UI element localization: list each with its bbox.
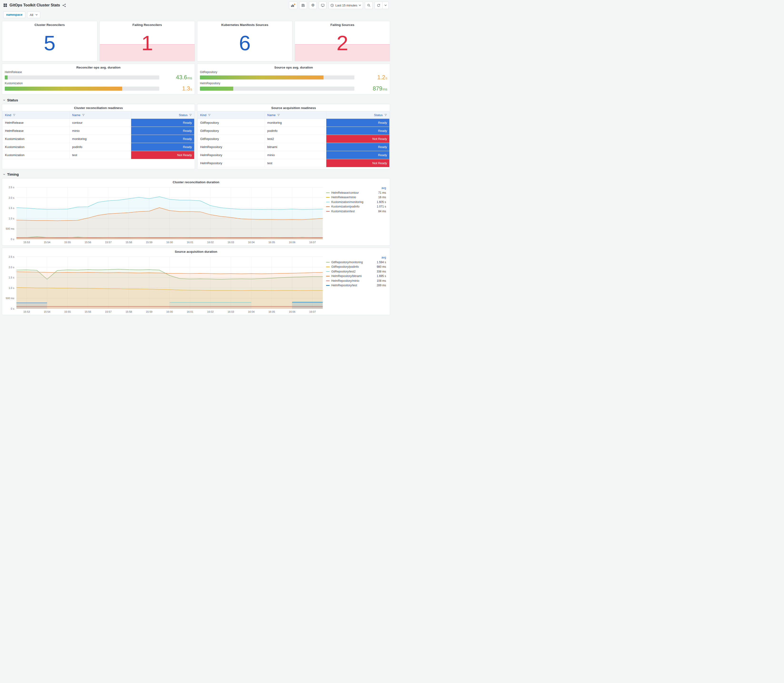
- filter-icon[interactable]: [385, 114, 387, 116]
- series-avg-value: 16 ms: [378, 196, 386, 199]
- legend-item[interactable]: HelmRepository/minio108 ms: [326, 279, 386, 283]
- gauges-row: Reconciler ops avg. duration HelmRelease…: [2, 64, 390, 95]
- section-row-timing[interactable]: Timing: [2, 170, 390, 178]
- save-icon: [301, 3, 305, 7]
- time-range-picker[interactable]: Last 15 minutes: [329, 2, 363, 9]
- filter-icon[interactable]: [189, 114, 192, 116]
- stats-row: Cluster Reconcilers 5 Failing Reconciler…: [2, 21, 390, 61]
- series-color-icon: [326, 285, 330, 286]
- zoom-out-time-button[interactable]: [365, 2, 373, 9]
- section-row-status[interactable]: Status: [2, 96, 390, 104]
- legend-item[interactable]: GitRepository/monitoring1.594 s: [326, 260, 386, 265]
- save-dashboard-button[interactable]: [299, 2, 307, 9]
- legend-item[interactable]: HelmRelease/contour71 ms: [326, 191, 386, 195]
- panel-title[interactable]: Source acquisition readiness: [197, 104, 390, 111]
- legend-item[interactable]: Kustomization/monitoring1.605 s: [326, 200, 386, 204]
- column-header-name[interactable]: Name: [70, 111, 131, 119]
- series-avg-value: 1.605 s: [377, 200, 386, 204]
- legend-avg-header[interactable]: avg: [326, 256, 386, 259]
- series-color-icon: [326, 206, 330, 207]
- panel-cluster-reconciliation-duration: Cluster reconciliation duration 15:5315:…: [2, 178, 390, 245]
- filter-icon[interactable]: [277, 114, 280, 116]
- legend-item[interactable]: Kustomization/test84 ms: [326, 209, 386, 214]
- svg-text:2.5 s: 2.5 s: [8, 186, 14, 189]
- chevron-down-icon: [3, 99, 5, 101]
- refresh-interval-dropdown[interactable]: [383, 2, 389, 9]
- name-cell: monitoring: [70, 135, 131, 143]
- legend-item[interactable]: Kustomization/podinfo1.071 s: [326, 204, 386, 209]
- svg-text:500 ms: 500 ms: [6, 297, 14, 300]
- refresh-button[interactable]: [375, 2, 383, 9]
- legend-avg-header[interactable]: avg: [326, 186, 386, 190]
- status-cell: Not Ready: [326, 159, 390, 167]
- svg-text:15:57: 15:57: [105, 310, 112, 313]
- timeseries-plot[interactable]: 15:5315:5415:5515:5615:5715:5815:5916:00…: [3, 185, 325, 245]
- legend-item[interactable]: GitRepository/podinfo980 ms: [326, 265, 386, 269]
- panel-title[interactable]: Cluster reconciliation readiness: [2, 104, 195, 111]
- kind-cell: HelmRepository: [198, 143, 265, 151]
- panel-cluster-reconciliation-readiness: Cluster reconciliation readiness Kind Na…: [2, 104, 195, 169]
- status-badge: Ready: [131, 143, 194, 151]
- bar-gauge-label: Kustomization: [5, 82, 192, 85]
- series-name: Kustomization/test: [331, 210, 354, 213]
- column-header-kind[interactable]: Kind: [3, 111, 70, 119]
- variable-namespace-select[interactable]: All: [27, 12, 40, 18]
- bar-gauge: HelmRelease 43.6ms: [2, 70, 195, 82]
- filter-icon[interactable]: [82, 114, 85, 116]
- svg-text:16:00: 16:00: [167, 310, 173, 313]
- bar-gauge-track: [5, 75, 159, 80]
- panel-source-acquisition-readiness: Source acquisition readiness Kind Name S…: [197, 104, 390, 169]
- panel-reconciler-ops-duration: Reconciler ops avg. duration HelmRelease…: [2, 64, 195, 95]
- series-color-icon: [326, 281, 330, 281]
- svg-text:2.0 s: 2.0 s: [8, 266, 14, 269]
- svg-text:16:06: 16:06: [289, 241, 296, 244]
- svg-text:2.5 s: 2.5 s: [8, 255, 14, 258]
- panel-title[interactable]: Kubernetes Manifests Sources: [197, 21, 292, 27]
- bar-gauge: HelmRepository 879ms: [197, 82, 390, 93]
- column-header-status[interactable]: Status: [326, 111, 390, 119]
- series-color-icon: [326, 266, 330, 267]
- bar-gauge-value: 43.6ms: [163, 74, 192, 80]
- svg-text:16:01: 16:01: [187, 241, 194, 244]
- series-name: HelmRelease/minio: [331, 196, 356, 199]
- legend-item[interactable]: HelmRepository/bitnami1.695 s: [326, 274, 386, 279]
- bar-gauge-fill: [5, 75, 8, 80]
- zoom-out-icon: [367, 3, 370, 7]
- panel-title[interactable]: Cluster reconciliation duration: [2, 178, 390, 185]
- panel-title[interactable]: Source acquisition duration: [2, 248, 390, 254]
- series-name: HelmRelease/contour: [331, 191, 359, 194]
- cycle-view-mode-button[interactable]: [319, 2, 327, 9]
- legend-item[interactable]: HelmRepository/test289 ms: [326, 283, 386, 288]
- filter-icon[interactable]: [13, 114, 16, 116]
- series-color-icon: [326, 276, 330, 277]
- column-header-kind[interactable]: Kind: [198, 111, 265, 119]
- svg-text:16:04: 16:04: [248, 310, 255, 313]
- panel-title[interactable]: Reconciler ops avg. duration: [2, 64, 195, 70]
- panel-title[interactable]: Cluster Reconcilers: [2, 21, 97, 27]
- stat-value: 6: [197, 27, 292, 61]
- dashboard-settings-button[interactable]: ⚙: [309, 2, 317, 9]
- variables-row: namespace All: [2, 10, 390, 21]
- legend-item[interactable]: HelmRelease/minio16 ms: [326, 195, 386, 200]
- series-avg-value: 1.594 s: [377, 261, 386, 264]
- dashboard-grid-icon[interactable]: [3, 3, 7, 7]
- dashboard-page: GitOps Toolkit Cluster Stats ⚙ Last 15 m…: [0, 0, 392, 320]
- legend-item[interactable]: GitRepository/test2338 ms: [326, 269, 386, 274]
- timeseries-plot[interactable]: 15:5315:5415:5515:5615:5715:5815:5916:00…: [3, 254, 325, 314]
- status-cell: Ready: [131, 135, 194, 143]
- bar-gauge: Kustomization 1.3s: [2, 82, 195, 93]
- series-name: GitRepository/monitoring: [331, 261, 363, 264]
- column-header-status[interactable]: Status: [131, 111, 194, 119]
- column-header-name[interactable]: Name: [265, 111, 326, 119]
- add-panel-button[interactable]: [289, 2, 297, 9]
- svg-text:16:03: 16:03: [228, 241, 234, 244]
- share-icon[interactable]: [63, 3, 66, 7]
- panel-title[interactable]: Source ops avg. duration: [197, 64, 390, 70]
- stat-value: 2: [295, 27, 390, 61]
- panel-title[interactable]: Failing Sources: [295, 21, 390, 27]
- status-badge: Ready: [326, 143, 390, 151]
- filter-icon[interactable]: [208, 114, 211, 116]
- panel-title[interactable]: Failing Reconcilers: [100, 21, 195, 27]
- table-row: HelmRepositoryminioReady: [198, 151, 390, 159]
- series-avg-value: 980 ms: [377, 265, 386, 268]
